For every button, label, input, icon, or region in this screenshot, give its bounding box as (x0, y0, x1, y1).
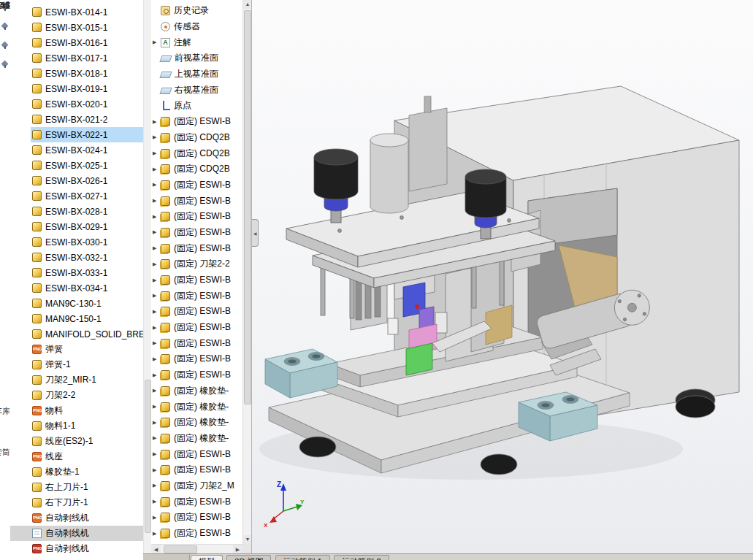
expand-arrow-icon[interactable] (153, 277, 161, 283)
tree-item[interactable]: 传感器 (151, 19, 242, 35)
list-item[interactable]: MANIFOLD_SOLID_BRE (31, 326, 143, 342)
tree-item[interactable]: (固定) 橡胶垫- (151, 415, 242, 431)
scrollbar-track[interactable] (161, 545, 233, 553)
tree-item[interactable]: (固定) 橡胶垫- (151, 383, 242, 399)
list-item[interactable]: 自动剥线机 (31, 510, 143, 526)
tree-item[interactable]: (固定) ESWI-B (151, 272, 242, 288)
docked-tab-label[interactable]: 车库 (0, 406, 10, 417)
list-item[interactable]: 右下刀片-1 (31, 495, 143, 510)
scrollbar-thumb[interactable] (145, 380, 151, 533)
expand-arrow-icon[interactable] (153, 372, 161, 378)
expand-arrow-icon[interactable] (153, 39, 161, 45)
tree-item[interactable]: (固定) ESWI-B (151, 351, 242, 367)
tree-item[interactable]: 历史记录 (151, 3, 242, 19)
tree-item[interactable]: (固定) ESWI-B (151, 114, 242, 130)
list-item[interactable]: ESWI-BX-029-1 (31, 219, 143, 234)
scroll-right-icon[interactable]: ▶ (233, 545, 242, 554)
expand-arrow-icon[interactable] (153, 340, 161, 346)
list-item[interactable]: ESWI-BX-016-1 (31, 35, 143, 50)
list-item[interactable]: ESWI-BX-018-1 (31, 66, 143, 81)
list-item[interactable]: ESWI-BX-017-1 (31, 50, 143, 66)
expand-arrow-icon[interactable] (153, 451, 161, 457)
tree-vscrollbar[interactable]: ▲ ▼ (242, 0, 251, 544)
list-item[interactable]: 右上刀片-1 (31, 480, 143, 495)
list-item[interactable]: ESWI-BX-021-2 (31, 112, 143, 127)
tree-hscrollbar[interactable]: ◀ ▶ (151, 544, 242, 553)
expand-arrow-icon[interactable] (153, 134, 161, 140)
pin-icon[interactable] (1, 23, 9, 30)
expand-arrow-icon[interactable] (153, 229, 161, 235)
panel-splitter-handle[interactable]: ◀ (252, 219, 259, 247)
tree-item[interactable]: (固定) ESWI-B (151, 510, 242, 526)
view-tab[interactable]: 模型 (191, 555, 223, 560)
tree-item[interactable]: (固定) ESWI-B (151, 177, 242, 193)
tree-item[interactable]: (固定) ESWI-B (151, 367, 242, 383)
expand-arrow-icon[interactable] (153, 214, 161, 220)
tree-item[interactable]: (固定) ESWI-B (151, 225, 242, 241)
expand-arrow-icon[interactable] (153, 261, 161, 267)
view-tab[interactable]: 运动算例 1 (275, 555, 330, 560)
pin-icon[interactable] (1, 42, 9, 49)
tree-item[interactable]: (固定) 刀架2-2 (151, 256, 242, 272)
tree-item[interactable]: (固定) ESWI-B (151, 304, 242, 320)
expand-arrow-icon[interactable] (153, 499, 161, 505)
tree-item[interactable]: (固定) 橡胶垫- (151, 399, 242, 415)
expand-arrow-icon[interactable] (153, 150, 161, 156)
tree-item[interactable]: (固定) ESWI-B (151, 526, 242, 542)
view-tab[interactable]: 3D 视图 (226, 555, 271, 560)
list-item[interactable]: ESWI-BX-024-1 (31, 142, 143, 158)
tree-item[interactable]: 注解 (151, 34, 242, 50)
viewport-3d-model[interactable]: Z Y X (252, 0, 753, 553)
list-item[interactable]: 自动剥线机 (31, 541, 143, 556)
scroll-left-icon[interactable]: ◀ (151, 545, 161, 554)
list-item[interactable]: ESWI-BX-033-1 (31, 265, 143, 280)
tree-item[interactable]: 右视基准面 (151, 82, 242, 98)
expand-arrow-icon[interactable] (153, 119, 161, 125)
expand-arrow-icon[interactable] (153, 531, 161, 537)
expand-arrow-icon[interactable] (153, 467, 161, 473)
tree-item[interactable]: (固定) CDQ2B (151, 161, 242, 177)
tree-item[interactable]: (固定) ESWI-B (151, 288, 242, 304)
tree-item[interactable]: 前视基准面 (151, 50, 242, 66)
list-item[interactable]: ESWI-BX-030-1 (31, 234, 143, 250)
list-item[interactable]: 橡胶垫-1 (31, 464, 143, 480)
pin-icon[interactable] (1, 61, 9, 68)
expand-arrow-icon[interactable] (153, 182, 161, 188)
list-item[interactable]: ESWI-BX-022-1 (31, 127, 143, 142)
tree-item[interactable]: 上视基准面 (151, 66, 242, 83)
tree-item[interactable]: (固定) CDQ2B (151, 145, 242, 161)
tree-item[interactable]: (固定) CDQ2B (151, 130, 242, 146)
list-item[interactable]: ESWI-BX-014-1 (31, 4, 143, 20)
list-item[interactable]: 自动剥线机 (10, 526, 143, 541)
tree-item[interactable]: (固定) ESWI-B (151, 462, 242, 478)
tree-item[interactable]: (固定) ESWI-B (151, 335, 242, 351)
list-item[interactable]: MAN9C-130-1 (31, 296, 143, 311)
list-item[interactable]: ESWI-BX-015-1 (31, 20, 143, 35)
expand-arrow-icon[interactable] (153, 245, 161, 251)
docked-tab-label[interactable]: AST (0, 0, 10, 11)
list-item[interactable]: 弹簧 (31, 342, 143, 357)
list-item[interactable]: 线座(ES2)-1 (31, 434, 143, 449)
list-item[interactable]: 物料 (31, 403, 143, 418)
tree-item[interactable]: (固定) ESWI-B (151, 494, 242, 510)
list-item[interactable]: 物料1-1 (31, 418, 143, 434)
expand-arrow-icon[interactable] (153, 166, 161, 172)
tree-item[interactable]: 原点 (151, 98, 242, 114)
list-item[interactable]: 弹簧-1 (31, 357, 143, 372)
scrollbar-thumb[interactable] (164, 545, 197, 553)
expand-arrow-icon[interactable] (153, 309, 161, 315)
expand-arrow-icon[interactable] (153, 515, 161, 521)
list-item[interactable]: ESWI-BX-028-1 (31, 204, 143, 219)
expand-arrow-icon[interactable] (153, 404, 161, 410)
tree-item[interactable]: (固定) 橡胶垫- (151, 431, 242, 447)
scrollbar-thumb[interactable] (244, 10, 251, 404)
expand-arrow-icon[interactable] (153, 293, 161, 299)
tree-item[interactable]: (固定) ESWI-B (151, 446, 242, 462)
list-item[interactable]: MAN9C-150-1 (31, 311, 143, 326)
list-item[interactable]: ESWI-BX-027-1 (31, 188, 143, 204)
parts-scrollbar[interactable] (143, 0, 151, 560)
graphics-viewport[interactable]: Z Y X (251, 0, 753, 553)
clamp-knob-left[interactable] (314, 149, 358, 223)
list-item[interactable]: ESWI-BX-026-1 (31, 173, 143, 188)
list-item[interactable]: ESWI-BX-034-1 (31, 280, 143, 296)
